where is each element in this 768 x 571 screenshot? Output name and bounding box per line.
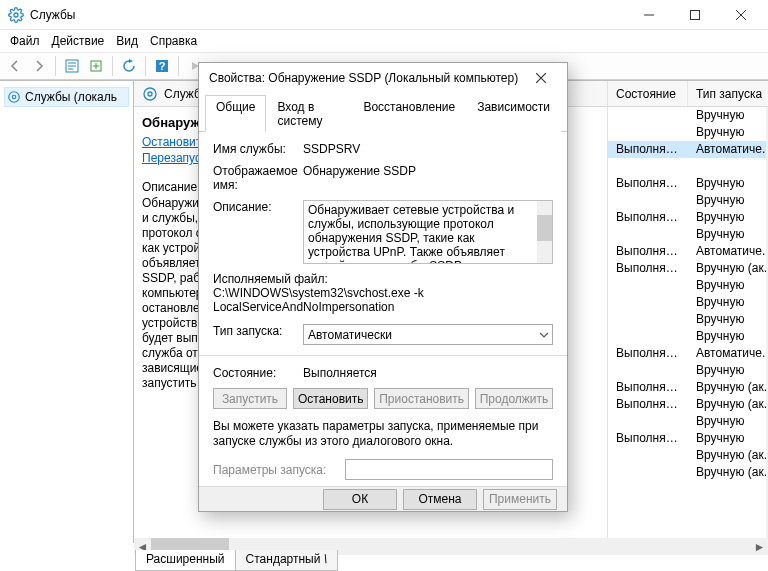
tree-item-services[interactable]: Службы (локаль [4, 87, 129, 107]
launch-type-cell[interactable]: Вручную [688, 328, 768, 345]
state-cell[interactable]: Выполняется [608, 243, 688, 260]
dialog-titlebar[interactable]: Свойства: Обнаружение SSDP (Локальный ко… [199, 63, 567, 93]
column-header-launchtype[interactable]: Тип запуска [688, 81, 768, 107]
state-cell[interactable]: Выполняется [608, 141, 688, 158]
state-cell[interactable]: Выполняется [608, 209, 688, 226]
close-button[interactable] [718, 0, 764, 30]
launch-type-cell[interactable]: Вручную [688, 124, 768, 141]
app-icon [8, 7, 24, 23]
app-title: Службы [30, 8, 626, 22]
tab-logon[interactable]: Вход в систему [266, 95, 352, 132]
desc-scroll-thumb[interactable] [537, 215, 552, 241]
launch-type-cell[interactable] [688, 158, 768, 175]
startup-type-value: Автоматически [308, 328, 392, 342]
resume-button: Продолжить [475, 388, 553, 409]
launch-type-cell[interactable]: Автоматиче... [688, 141, 768, 158]
launch-type-cell[interactable]: Вручную [688, 226, 768, 243]
svg-point-11 [9, 92, 20, 103]
launch-type-cell[interactable]: Вручную (ак... [688, 464, 768, 481]
launch-type-cell[interactable]: Вручную (ак... [688, 447, 768, 464]
dialog-close-button[interactable] [521, 63, 561, 93]
launch-type-cell[interactable]: Вручную [688, 413, 768, 430]
state-cell[interactable] [608, 107, 688, 124]
state-cell[interactable] [608, 328, 688, 345]
state-cell[interactable]: Выполняется [608, 430, 688, 447]
state-cell[interactable] [608, 124, 688, 141]
toolbar-separator [145, 56, 146, 76]
menu-file[interactable]: Файл [10, 34, 40, 48]
start-button: Запустить [213, 388, 287, 409]
svg-text:?: ? [159, 60, 166, 72]
tab-dependencies[interactable]: Зависимости [466, 95, 561, 132]
dialog-footer: ОК Отмена Применить [199, 486, 567, 511]
back-button[interactable] [4, 55, 26, 77]
chevron-down-icon [540, 331, 548, 339]
launch-type-cell[interactable]: Вручную [688, 209, 768, 226]
state-cell[interactable]: Выполняется [608, 260, 688, 277]
state-cell[interactable] [608, 192, 688, 209]
menu-action[interactable]: Действие [52, 34, 105, 48]
tb-refresh-button[interactable] [118, 55, 140, 77]
view-tabs: Расширенный Стандартный / [135, 546, 337, 571]
label-executable: Исполняемый файл: [213, 272, 553, 286]
label-service-name: Имя службы: [213, 142, 303, 156]
tab-standard[interactable]: Стандартный / [235, 550, 339, 571]
tab-general[interactable]: Общие [205, 95, 266, 132]
label-start-params: Параметры запуска: [213, 463, 341, 477]
cancel-button[interactable]: Отмена [403, 489, 477, 510]
minimize-button[interactable] [626, 0, 672, 30]
startup-type-combobox[interactable]: Автоматически [303, 324, 553, 345]
menu-help[interactable]: Справка [150, 34, 197, 48]
column-header-state[interactable]: Состояние [608, 81, 688, 107]
launch-type-cell[interactable]: Вручную [688, 277, 768, 294]
launch-type-cell[interactable]: Вручную [688, 362, 768, 379]
properties-dialog: Свойства: Обнаружение SSDP (Локальный ко… [198, 62, 568, 512]
maximize-button[interactable] [672, 0, 718, 30]
state-cell[interactable]: Выполняется [608, 175, 688, 192]
state-cell[interactable] [608, 294, 688, 311]
tab-extended[interactable]: Расширенный [135, 550, 236, 571]
toolbar-separator [178, 56, 179, 76]
launch-type-cell[interactable]: Автоматиче... [688, 345, 768, 362]
state-cell[interactable] [608, 158, 688, 175]
forward-button[interactable] [28, 55, 50, 77]
tab-recovery[interactable]: Восстановление [352, 95, 466, 132]
launch-type-cell[interactable]: Вручную (ак... [688, 379, 768, 396]
launch-type-cell[interactable]: Автоматиче... [688, 243, 768, 260]
state-cell[interactable] [608, 277, 688, 294]
tb-export-button[interactable] [85, 55, 107, 77]
launch-type-cell[interactable]: Вручную (ак... [688, 396, 768, 413]
label-description: Описание: [213, 200, 303, 214]
state-cell[interactable]: Выполняется [608, 396, 688, 413]
state-cell[interactable] [608, 226, 688, 243]
launch-type-cell[interactable]: Вручную [688, 107, 768, 124]
state-cell[interactable] [608, 413, 688, 430]
launch-type-cell[interactable]: Вручную [688, 175, 768, 192]
ok-button[interactable]: ОК [323, 489, 397, 510]
tb-help-button[interactable]: ? [151, 55, 173, 77]
state-cell[interactable] [608, 464, 688, 481]
label-display-name: Отображаемое имя: [213, 164, 303, 192]
apply-button: Применить [483, 489, 557, 510]
state-cell[interactable]: Выполняется [608, 379, 688, 396]
scroll-right-icon[interactable]: ► [751, 538, 768, 555]
launch-type-cell[interactable]: Вручную [688, 311, 768, 328]
tree-item-label: Службы (локаль [25, 90, 117, 104]
launch-type-cell[interactable]: Вручную [688, 430, 768, 447]
tb-properties-button[interactable] [61, 55, 83, 77]
state-cell[interactable] [608, 362, 688, 379]
svg-point-10 [12, 95, 16, 99]
stop-button[interactable]: Остановить [293, 388, 368, 409]
state-cell[interactable] [608, 311, 688, 328]
description-textbox[interactable]: Обнаруживает сетевые устройства и службы… [303, 200, 553, 264]
svg-point-13 [144, 88, 156, 100]
state-cell[interactable] [608, 447, 688, 464]
toolbar-separator [55, 56, 56, 76]
dialog-title: Свойства: Обнаружение SSDP (Локальный ко… [209, 71, 521, 85]
menu-view[interactable]: Вид [116, 34, 138, 48]
launch-type-cell[interactable]: Вручную [688, 294, 768, 311]
label-state: Состояние: [213, 366, 303, 380]
launch-type-cell[interactable]: Вручную [688, 192, 768, 209]
launch-type-cell[interactable]: Вручную (ак... [688, 260, 768, 277]
state-cell[interactable]: Выполняется [608, 345, 688, 362]
